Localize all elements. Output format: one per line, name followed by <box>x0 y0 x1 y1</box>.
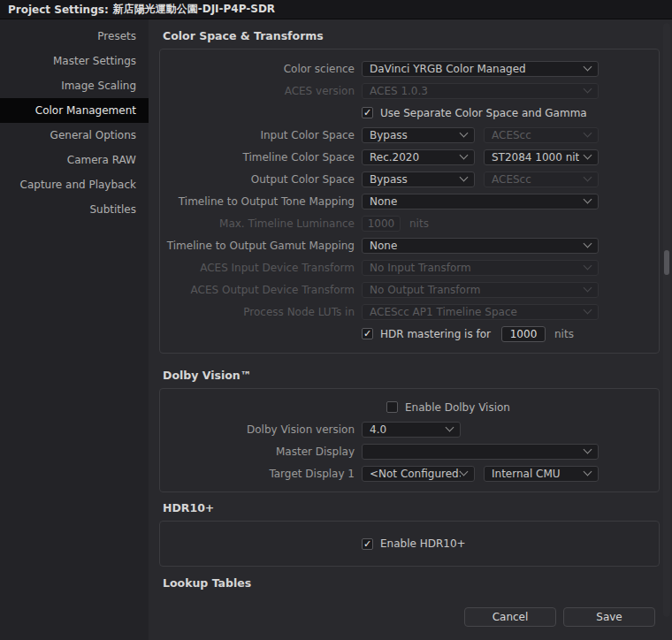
chevron-down-icon <box>460 173 469 182</box>
row-output-color-space: Output Color Space Bypass ACEScc <box>160 168 659 190</box>
sidebar-item-camera-raw[interactable]: Camera RAW <box>0 148 149 172</box>
enable-hdr10-label: Enable HDR10+ <box>380 537 466 550</box>
chevron-down-icon <box>446 423 454 432</box>
row-target-display: Target Display 1 <Not Configured> Intern… <box>160 462 659 484</box>
row-tone-mapping: Timeline to Output Tone Mapping None <box>160 190 659 212</box>
color-science-label: Color science <box>160 63 355 75</box>
master-display-select[interactable] <box>362 444 599 460</box>
section-header-color-space: Color Space & Transforms <box>163 29 672 43</box>
tone-mapping-select[interactable]: None <box>362 194 599 210</box>
section-header-hdr10: HDR10+ <box>163 501 672 515</box>
output-gamma-select: ACEScc <box>484 171 599 187</box>
aces-version-label: ACES version <box>160 85 355 97</box>
row-aces-input-transform: ACES Input Device Transform No Input Tra… <box>160 256 659 278</box>
dolby-version-label: Dolby Vision version <box>160 423 355 436</box>
sidebar-item-general-options[interactable]: General Options <box>0 123 149 148</box>
row-input-color-space: Input Color Space Bypass ACEScc <box>160 124 659 146</box>
row-aces-version: ACES version ACES 1.0.3 <box>160 80 659 102</box>
output-color-space-select[interactable]: Bypass <box>362 171 475 187</box>
sidebar-item-presets[interactable]: Presets <box>0 24 149 49</box>
row-master-display: Master Display <box>160 440 659 462</box>
target-display-cmu-select[interactable]: Internal CMU <box>484 466 599 482</box>
sidebar-item-capture-playback[interactable]: Capture and Playback <box>0 172 149 197</box>
timeline-color-space-label: Timeline Color Space <box>160 151 355 164</box>
hdr-mastering-unit: nits <box>554 328 574 340</box>
enable-dolby-vision-checkbox[interactable] <box>386 401 398 413</box>
aces-input-transform-label: ACES Input Device Transform <box>160 262 355 274</box>
timeline-gamma-select[interactable]: ST2084 1000 nit <box>484 149 599 165</box>
process-node-luts-select: ACEScc AP1 Timeline Space <box>362 304 599 320</box>
settings-content: Color Space & Transforms Color science D… <box>149 19 672 640</box>
max-timeline-luminance-unit: nits <box>409 217 429 230</box>
timeline-color-space-select[interactable]: Rec.2020 <box>362 149 475 165</box>
row-enable-dolby: Enable Dolby Vision <box>160 396 659 418</box>
separate-gamma-checkbox[interactable] <box>362 107 373 118</box>
target-display-select[interactable]: <Not Configured> <box>362 466 475 482</box>
max-timeline-luminance-input: 1000 <box>362 216 401 232</box>
scrollbar-thumb[interactable] <box>664 250 669 275</box>
window-title: Project Settings: <box>8 4 109 16</box>
gamut-mapping-select[interactable]: None <box>362 238 599 254</box>
project-name: 新店陽光運動公園-DJI-P4P-SDR <box>113 2 275 17</box>
sidebar-item-subtitles[interactable]: Subtitles <box>0 197 149 222</box>
chevron-down-icon <box>584 468 592 476</box>
enable-dolby-vision-label: Enable Dolby Vision <box>405 401 510 414</box>
chevron-down-icon <box>460 129 469 138</box>
row-enable-hdr10: Enable HDR10+ <box>160 533 659 555</box>
row-aces-output-transform: ACES Output Device Transform No Output T… <box>160 278 659 301</box>
chevron-down-icon <box>584 240 592 248</box>
hdr-mastering-label: HDR mastering is for <box>380 328 491 340</box>
aces-version-select: ACES 1.0.3 <box>362 83 599 99</box>
settings-sidebar: Presets Master Settings Image Scaling Co… <box>0 19 149 640</box>
chevron-down-icon <box>460 468 469 476</box>
output-color-space-label: Output Color Space <box>160 173 355 186</box>
color-space-panel: Color science DaVinci YRGB Color Managed… <box>159 49 660 354</box>
chevron-down-icon <box>584 63 592 72</box>
aces-input-transform-select: No Input Transform <box>362 260 599 276</box>
row-timeline-color-space: Timeline Color Space Rec.2020 ST2084 100… <box>160 146 659 168</box>
color-science-select[interactable]: DaVinci YRGB Color Managed <box>362 61 599 77</box>
sidebar-item-image-scaling[interactable]: Image Scaling <box>0 73 149 98</box>
dolby-version-select[interactable]: 4.0 <box>362 422 461 438</box>
cancel-button[interactable]: Cancel <box>464 607 556 627</box>
sidebar-item-color-management[interactable]: Color Management <box>0 98 149 123</box>
gamut-mapping-label: Timeline to Output Gamut Mapping <box>160 240 355 252</box>
row-process-node-luts: Process Node LUTs in ACEScc AP1 Timeline… <box>160 301 659 323</box>
hdr-mastering-checkbox[interactable] <box>362 328 373 339</box>
chevron-down-icon <box>584 306 592 315</box>
sidebar-item-master-settings[interactable]: Master Settings <box>0 49 149 73</box>
section-header-lookup-tables: Lookup Tables <box>163 576 672 590</box>
chevron-down-icon <box>584 284 592 293</box>
separate-gamma-label: Use Separate Color Space and Gamma <box>380 107 587 119</box>
input-gamma-select: ACEScc <box>484 127 599 143</box>
row-hdr-mastering: HDR mastering is for 1000 nits <box>160 323 659 345</box>
enable-hdr10-checkbox[interactable] <box>362 538 373 550</box>
input-color-space-label: Input Color Space <box>160 129 355 141</box>
target-display-label: Target Display 1 <box>160 468 355 480</box>
hdr-mastering-nits-input[interactable]: 1000 <box>501 326 546 342</box>
master-display-label: Master Display <box>160 446 355 458</box>
row-gamut-mapping: Timeline to Output Gamut Mapping None <box>160 234 659 256</box>
max-timeline-luminance-label: Max. Timeline Luminance <box>160 217 355 230</box>
dolby-vision-panel: Enable Dolby Vision Dolby Vision version… <box>159 388 660 492</box>
chevron-down-icon <box>584 173 592 182</box>
row-color-science: Color science DaVinci YRGB Color Managed <box>160 57 659 80</box>
row-max-timeline-luminance: Max. Timeline Luminance 1000 nits <box>160 212 659 234</box>
input-color-space-select[interactable]: Bypass <box>362 127 475 143</box>
dialog-footer: Cancel Save <box>159 607 672 627</box>
chevron-down-icon <box>584 129 592 138</box>
row-separate-gamma: Use Separate Color Space and Gamma <box>160 102 659 124</box>
process-node-luts-label: Process Node LUTs in <box>160 306 355 318</box>
chevron-down-icon <box>584 85 592 94</box>
chevron-down-icon <box>584 262 592 270</box>
chevron-down-icon <box>584 446 592 454</box>
scrollbar-track[interactable] <box>663 23 670 617</box>
tone-mapping-label: Timeline to Output Tone Mapping <box>160 195 355 208</box>
save-button[interactable]: Save <box>563 607 655 627</box>
aces-output-transform-label: ACES Output Device Transform <box>160 284 355 296</box>
row-dolby-version: Dolby Vision version 4.0 <box>160 418 659 440</box>
title-bar: Project Settings: 新店陽光運動公園-DJI-P4P-SDR <box>0 0 672 19</box>
chevron-down-icon <box>460 151 469 160</box>
chevron-down-icon <box>584 151 592 160</box>
aces-output-transform-select: No Output Transform <box>362 282 599 298</box>
